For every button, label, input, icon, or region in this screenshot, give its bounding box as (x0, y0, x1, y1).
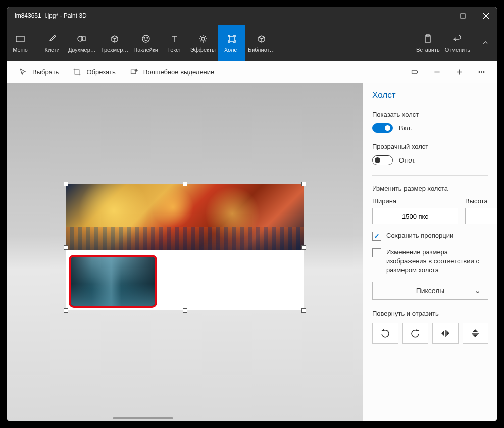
units-value: Пикселы (416, 287, 445, 295)
close-button[interactable] (474, 7, 497, 25)
select-tool[interactable]: Выбрать (13, 65, 65, 79)
minimize-button[interactable] (428, 7, 451, 25)
resize-image-checkbox[interactable] (372, 248, 381, 257)
svg-point-20 (483, 71, 484, 72)
svg-rect-6 (81, 37, 85, 41)
canvas-area[interactable] (7, 83, 363, 421)
height-label: Высота (465, 197, 497, 205)
brushes-button[interactable]: Кисти (38, 25, 66, 61)
svg-point-8 (144, 37, 145, 38)
stickers-button[interactable]: Наклейки (131, 25, 161, 61)
title-text: im843651_l.jpg* - Paint 3D (15, 12, 87, 19)
magic-select-icon (130, 68, 138, 76)
ribbon: Меню Кисти Двухмер… Трехмер… Наклейки Те… (7, 25, 497, 61)
svg-rect-4 (16, 36, 24, 42)
panel-title: Холст (372, 90, 488, 100)
svg-point-10 (201, 37, 205, 40)
paste-icon (423, 33, 433, 44)
keep-ratio-checkbox[interactable] (372, 232, 381, 241)
flip-horizontal-button[interactable] (432, 323, 459, 344)
canvas-selection[interactable] (66, 184, 304, 310)
effects-icon (198, 33, 208, 44)
resize-handle-e[interactable] (301, 245, 306, 250)
canvas-image-overlay (69, 255, 157, 308)
undo-icon (452, 33, 463, 44)
zoom-out-button[interactable] (427, 62, 447, 82)
keep-ratio-label: Сохранить пропорции (386, 231, 453, 240)
rotate-label: Повернуть и отразить (372, 310, 488, 317)
view-3d-button[interactable] (405, 62, 425, 82)
show-canvas-label: Показать холст (372, 111, 488, 118)
svg-rect-12 (425, 36, 430, 42)
resize-handle-se[interactable] (301, 308, 306, 313)
resize-handle-n[interactable] (183, 182, 187, 186)
more-button[interactable] (471, 62, 491, 82)
menu-button[interactable]: Меню (7, 25, 34, 61)
show-canvas-toggle[interactable] (372, 123, 393, 133)
canvas-button[interactable]: Холст (218, 25, 245, 61)
maximize-button[interactable] (451, 7, 474, 25)
width-label: Ширина (372, 197, 458, 205)
expand-ribbon-button[interactable] (473, 25, 497, 61)
svg-point-18 (479, 71, 480, 72)
resize-canvas-label: Изменить размер холста (372, 185, 488, 192)
crop-icon (73, 68, 81, 76)
resize-handle-ne[interactable] (301, 182, 306, 186)
text-button[interactable]: Текст (161, 25, 188, 61)
secondary-toolbar: Выбрать Обрезать Волшебное выделение (7, 61, 497, 83)
svg-rect-11 (229, 36, 234, 41)
transparent-canvas-state: Откл. (399, 156, 416, 164)
crop-tool[interactable]: Обрезать (67, 65, 121, 79)
canvas-image-top (66, 184, 304, 250)
width-input[interactable] (372, 208, 458, 224)
titlebar: im843651_l.jpg* - Paint 3D (7, 7, 497, 25)
svg-point-7 (142, 35, 149, 42)
svg-point-9 (147, 37, 148, 38)
resize-handle-w[interactable] (64, 245, 68, 250)
side-panel: Холст Показать холст Вкл. Прозрачный хол… (363, 83, 497, 421)
brush-icon (47, 33, 57, 44)
transparent-canvas-toggle[interactable] (372, 155, 393, 165)
shapes-2d-button[interactable]: Двухмер… (66, 25, 98, 61)
horizontal-scrollbar[interactable] (113, 417, 173, 419)
shapes-2d-icon (77, 33, 87, 44)
height-input[interactable] (465, 208, 497, 224)
effects-button[interactable]: Эффекты (188, 25, 218, 61)
canvas-icon (227, 33, 237, 44)
app-window: im843651_l.jpg* - Paint 3D Меню Кисти Дв… (7, 7, 497, 421)
stickers-icon (141, 33, 151, 44)
workspace: Холст Показать холст Вкл. Прозрачный хол… (7, 83, 497, 421)
zoom-in-button[interactable] (449, 62, 469, 82)
text-icon (169, 33, 179, 44)
transparent-canvas-label: Прозрачный холст (372, 143, 488, 150)
units-dropdown[interactable]: Пикселы (372, 282, 488, 300)
paste-button[interactable]: Вставить (414, 25, 442, 61)
divider (372, 175, 488, 176)
library-button[interactable]: Библиот… (245, 25, 278, 61)
show-canvas-state: Вкл. (399, 124, 412, 132)
menu-icon (15, 33, 25, 44)
magic-select-tool[interactable]: Волшебное выделение (124, 65, 221, 79)
resize-handle-sw[interactable] (64, 308, 68, 313)
undo-button[interactable]: Отменить (442, 25, 473, 61)
flip-vertical-button[interactable] (463, 323, 489, 344)
svg-point-19 (481, 71, 482, 72)
resize-handle-nw[interactable] (64, 182, 68, 186)
rotate-cw-button[interactable] (402, 323, 429, 344)
shapes-3d-icon (110, 33, 120, 44)
shapes-3d-button[interactable]: Трехмер… (98, 25, 131, 61)
cursor-icon (19, 68, 27, 76)
resize-image-label: Изменение размера изображения в соответс… (386, 248, 488, 275)
library-icon (257, 33, 267, 44)
svg-rect-1 (461, 14, 465, 18)
resize-handle-s[interactable] (183, 308, 187, 313)
rotate-ccw-button[interactable] (372, 323, 398, 344)
